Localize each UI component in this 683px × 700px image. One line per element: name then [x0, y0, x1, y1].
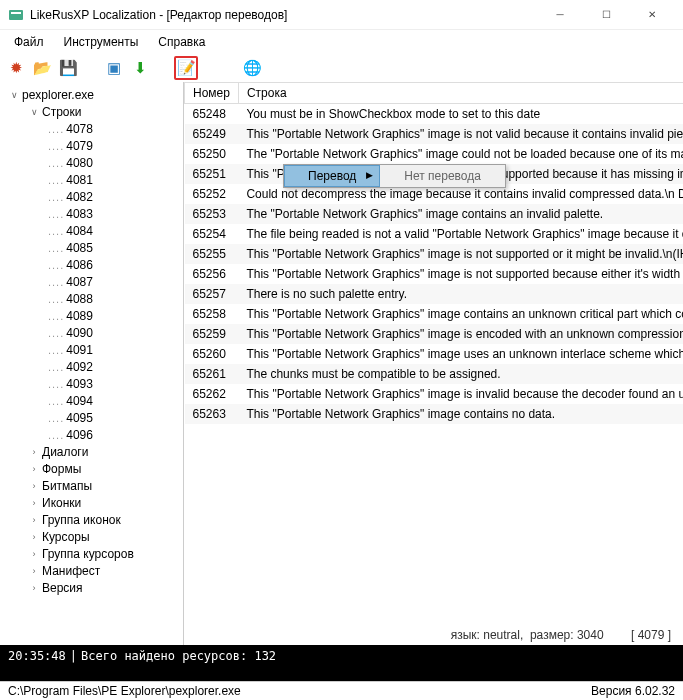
menu-file[interactable]: Файл [4, 32, 54, 52]
table-row[interactable]: 65255This "Portable Network Graphics" im… [185, 244, 684, 264]
close-button[interactable]: ✕ [629, 0, 675, 30]
info-selection: [ 4079 ] [631, 628, 671, 642]
cell-string: There is no such palette entry. [238, 284, 683, 304]
table-row[interactable]: 65261The chunks must be compatible to be… [185, 364, 684, 384]
menu-help[interactable]: Справка [148, 32, 215, 52]
cell-string: The file being readed is not a valid "Po… [238, 224, 683, 244]
tree-strings[interactable]: Строки [40, 105, 81, 119]
menu-item-translate[interactable]: Перевод▶ [284, 165, 380, 187]
tree-group[interactable]: Группа иконок [40, 513, 121, 527]
window-icon[interactable]: ▣ [102, 56, 126, 80]
cell-string: This "Portable Network Graphics" image i… [238, 124, 683, 144]
table-row[interactable]: 65256This "Portable Network Graphics" im… [185, 264, 684, 284]
tree-string-id[interactable]: 4086 [64, 258, 93, 272]
tree-toggle-icon[interactable]: › [28, 515, 40, 525]
tree-group[interactable]: Битмапы [40, 479, 92, 493]
tree-string-id[interactable]: 4083 [64, 207, 93, 221]
tree-string-id[interactable]: 4081 [64, 173, 93, 187]
submenu-arrow-icon: ▶ [366, 170, 373, 180]
toolbar: ✹📂💾▣⬇📝🌐 [0, 54, 683, 82]
tree-string-id[interactable]: 4096 [64, 428, 93, 442]
status-bar: C:\Program Files\PE Explorer\pexplorer.e… [0, 681, 683, 700]
table-row[interactable]: 65253The "Portable Network Graphics" ima… [185, 204, 684, 224]
tree-toggle-icon[interactable]: › [28, 447, 40, 457]
tree-group[interactable]: Иконки [40, 496, 81, 510]
menu-item-no-translate[interactable]: Нет перевода [380, 165, 505, 187]
tree-toggle-icon[interactable]: › [28, 583, 40, 593]
console-msg: Всего найдено ресурсов: 132 [81, 649, 276, 663]
cell-number: 65258 [185, 304, 239, 324]
table-row[interactable]: 65263This "Portable Network Graphics" im… [185, 404, 684, 424]
tree-toggle-icon[interactable]: › [28, 481, 40, 491]
menu-tools[interactable]: Инструменты [54, 32, 149, 52]
tree-string-id[interactable]: 4091 [64, 343, 93, 357]
table-row[interactable]: 65248You must be in ShowCheckbox mode to… [185, 104, 684, 125]
tree-string-id[interactable]: 4094 [64, 394, 93, 408]
cell-string: The "Portable Network Graphics" image co… [238, 144, 683, 164]
tree-string-id[interactable]: 4078 [64, 122, 93, 136]
tree-panel[interactable]: ∨pexplorer.exe ∨Строки ....4078....4079.… [0, 82, 184, 645]
tree-string-id[interactable]: 4080 [64, 156, 93, 170]
cell-number: 65254 [185, 224, 239, 244]
cell-number: 65262 [185, 384, 239, 404]
table-row[interactable]: 65258This "Portable Network Graphics" im… [185, 304, 684, 324]
tree-toggle-icon[interactable]: › [28, 498, 40, 508]
context-menu: Перевод▶ Нет перевода [283, 164, 506, 188]
tree-group[interactable]: Группа курсоров [40, 547, 134, 561]
tree-root[interactable]: pexplorer.exe [20, 88, 94, 102]
tree-string-id[interactable]: 4084 [64, 224, 93, 238]
svg-rect-1 [11, 12, 21, 14]
status-path: C:\Program Files\PE Explorer\pexplorer.e… [8, 684, 591, 698]
tree-string-id[interactable]: 4090 [64, 326, 93, 340]
cell-string: This "Portable Network Graphics" image i… [238, 244, 683, 264]
download-icon[interactable]: ⬇ [128, 56, 152, 80]
tree-group[interactable]: Формы [40, 462, 81, 476]
minimize-button[interactable]: ─ [537, 0, 583, 30]
tree-string-id[interactable]: 4095 [64, 411, 93, 425]
window-title: LikeRusXP Localization - [Редактор перев… [30, 8, 537, 22]
tree-string-id[interactable]: 4079 [64, 139, 93, 153]
status-version: 6.02.32 [635, 684, 675, 698]
cell-number: 65256 [185, 264, 239, 284]
tree-string-id[interactable]: 4085 [64, 241, 93, 255]
tree-string-id[interactable]: 4082 [64, 190, 93, 204]
table-row[interactable]: 65262This "Portable Network Graphics" im… [185, 384, 684, 404]
cell-string: This "Portable Network Graphics" image i… [238, 384, 683, 404]
col-number[interactable]: Номер [185, 83, 239, 104]
tree-string-id[interactable]: 4092 [64, 360, 93, 374]
maximize-button[interactable]: ☐ [583, 0, 629, 30]
tree-string-id[interactable]: 4089 [64, 309, 93, 323]
open-icon[interactable]: 📂 [30, 56, 54, 80]
tree-toggle-icon[interactable]: › [28, 549, 40, 559]
tree-string-id[interactable]: 4087 [64, 275, 93, 289]
table-row[interactable]: 65254The file being readed is not a vali… [185, 224, 684, 244]
globe-icon[interactable]: 🌐 [240, 56, 264, 80]
tree-group[interactable]: Манифест [40, 564, 100, 578]
cell-string: This "Portable Network Graphics" image u… [238, 344, 683, 364]
tree-group[interactable]: Версия [40, 581, 83, 595]
save-icon[interactable]: 💾 [56, 56, 80, 80]
table-row[interactable]: 65249This "Portable Network Graphics" im… [185, 124, 684, 144]
edit-icon[interactable]: 📝 [174, 56, 198, 80]
table-row[interactable]: 65250The "Portable Network Graphics" ima… [185, 144, 684, 164]
cell-number: 65261 [185, 364, 239, 384]
table-row[interactable]: 65260This "Portable Network Graphics" im… [185, 344, 684, 364]
table-row[interactable]: 65257There is no such palette entry. [185, 284, 684, 304]
svg-rect-0 [9, 10, 23, 20]
tree-string-id[interactable]: 4088 [64, 292, 93, 306]
tree-toggle-icon[interactable]: ∨ [8, 90, 20, 100]
console-output: 20:35:48|Всего найдено ресурсов: 132 [0, 645, 683, 681]
tree-toggle-icon[interactable]: › [28, 532, 40, 542]
cell-number: 65259 [185, 324, 239, 344]
tree-string-id[interactable]: 4093 [64, 377, 93, 391]
new-icon[interactable]: ✹ [4, 56, 28, 80]
tree-toggle-icon[interactable]: › [28, 464, 40, 474]
table-row[interactable]: 65259This "Portable Network Graphics" im… [185, 324, 684, 344]
col-string[interactable]: Строка [238, 83, 683, 104]
menubar: Файл Инструменты Справка [0, 30, 683, 54]
tree-group[interactable]: Диалоги [40, 445, 88, 459]
tree-toggle-icon[interactable]: › [28, 566, 40, 576]
cell-string: This "Portable Network Graphics" image c… [238, 304, 683, 324]
tree-toggle-icon[interactable]: ∨ [28, 107, 40, 117]
tree-group[interactable]: Курсоры [40, 530, 90, 544]
